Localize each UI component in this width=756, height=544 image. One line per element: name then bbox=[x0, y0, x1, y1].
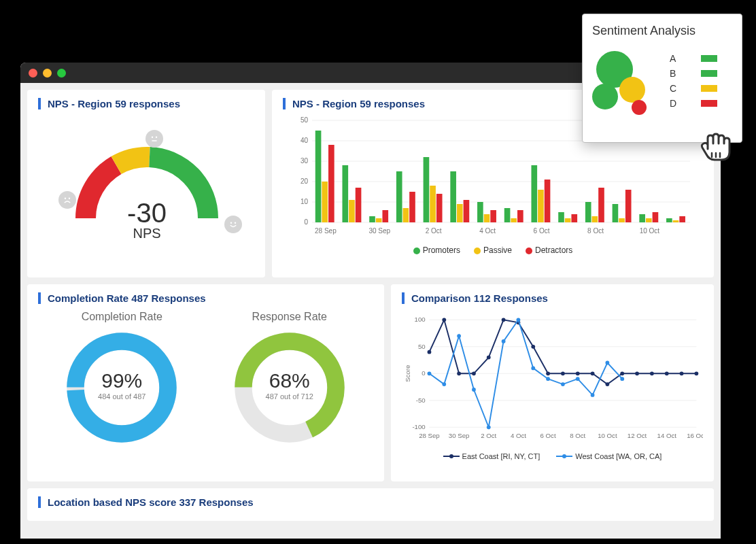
svg-rect-55 bbox=[592, 216, 598, 222]
svg-point-113 bbox=[442, 382, 446, 386]
svg-rect-19 bbox=[315, 131, 322, 222]
svg-rect-34 bbox=[430, 186, 436, 222]
svg-rect-26 bbox=[369, 216, 375, 222]
overlay-sentiment-analysis[interactable]: Sentiment Analysis ABCD bbox=[582, 14, 742, 143]
window-maximize-button[interactable] bbox=[57, 69, 66, 78]
svg-rect-44 bbox=[504, 208, 511, 222]
svg-text:0: 0 bbox=[304, 218, 308, 226]
svg-rect-31 bbox=[403, 208, 409, 222]
svg-point-93 bbox=[428, 350, 432, 354]
svg-text:8 Oct: 8 Oct bbox=[570, 432, 585, 439]
svg-rect-67 bbox=[679, 216, 685, 222]
svg-text:12 Oct: 12 Oct bbox=[628, 432, 647, 439]
svg-rect-54 bbox=[585, 202, 591, 222]
nps-label: NPS bbox=[38, 226, 256, 241]
svg-point-110 bbox=[680, 371, 684, 375]
svg-text:8 Oct: 8 Oct bbox=[587, 227, 604, 235]
svg-point-104 bbox=[591, 371, 595, 375]
svg-text:Score: Score bbox=[404, 365, 411, 382]
svg-point-119 bbox=[531, 367, 535, 371]
card-completion: Completion Rate 487 Responses Completion… bbox=[27, 284, 384, 481]
svg-rect-28 bbox=[382, 210, 388, 222]
svg-text:2 Oct: 2 Oct bbox=[481, 432, 496, 439]
svg-point-118 bbox=[517, 318, 521, 322]
svg-rect-56 bbox=[598, 188, 604, 222]
svg-point-125 bbox=[620, 377, 624, 381]
svg-rect-46 bbox=[517, 210, 523, 222]
donut-b-value: 68% bbox=[232, 369, 347, 392]
svg-point-116 bbox=[487, 425, 491, 429]
svg-point-96 bbox=[472, 371, 476, 375]
svg-point-122 bbox=[576, 377, 580, 381]
svg-point-129 bbox=[562, 454, 566, 458]
svg-rect-39 bbox=[464, 200, 470, 222]
svg-rect-53 bbox=[571, 214, 577, 222]
svg-rect-61 bbox=[639, 214, 645, 222]
svg-rect-40 bbox=[477, 202, 483, 222]
sentiment-legend-item: A bbox=[670, 53, 717, 64]
sentiment-legend: ABCD bbox=[670, 53, 717, 109]
card-title-comparison: Comparison 112 Responses bbox=[402, 292, 703, 304]
card-title-completion: Completion Rate 487 Responses bbox=[38, 292, 373, 304]
svg-point-127 bbox=[449, 454, 453, 458]
svg-point-105 bbox=[606, 382, 610, 386]
svg-point-121 bbox=[561, 382, 565, 386]
svg-point-120 bbox=[546, 377, 550, 381]
svg-point-114 bbox=[457, 334, 461, 338]
svg-text:16 Oct: 16 Oct bbox=[687, 432, 703, 439]
svg-point-124 bbox=[606, 361, 610, 365]
svg-rect-37 bbox=[450, 171, 456, 222]
bar-chart-legend: Promoters Passive Detractors bbox=[283, 245, 703, 255]
svg-point-98 bbox=[502, 318, 506, 322]
svg-text:6 Oct: 6 Oct bbox=[534, 227, 550, 235]
line-chart-legend: East Coast [RI, NY, CT] West Coast [WA, … bbox=[402, 452, 703, 460]
svg-rect-51 bbox=[558, 212, 564, 222]
svg-text:30 Sep: 30 Sep bbox=[368, 227, 390, 235]
donut-b-sub: 487 out of 712 bbox=[232, 392, 347, 401]
svg-rect-47 bbox=[531, 165, 537, 222]
svg-text:30 Sep: 30 Sep bbox=[449, 432, 470, 439]
svg-text:0: 0 bbox=[422, 369, 425, 377]
svg-point-106 bbox=[620, 371, 624, 375]
overlay-title: Sentiment Analysis bbox=[592, 24, 732, 39]
legend-item: Promoters bbox=[413, 245, 460, 255]
svg-point-112 bbox=[428, 371, 432, 375]
svg-text:2 Oct: 2 Oct bbox=[426, 227, 442, 235]
card-title-location: Location based NPS score 337 Responses bbox=[38, 496, 703, 508]
nps-gauge: -30 NPS bbox=[38, 116, 256, 252]
svg-text:28 Sep: 28 Sep bbox=[419, 432, 440, 439]
svg-rect-20 bbox=[322, 182, 328, 222]
pointer-hand-icon bbox=[694, 123, 738, 167]
svg-rect-30 bbox=[396, 171, 402, 222]
svg-text:4 Oct: 4 Oct bbox=[479, 227, 496, 235]
svg-rect-66 bbox=[673, 220, 679, 222]
window-close-button[interactable] bbox=[29, 69, 37, 78]
sentiment-legend-item: D bbox=[670, 98, 717, 109]
card-comparison: Comparison 112 Responses -100-50050100Sc… bbox=[391, 284, 714, 481]
legend-item: Passive bbox=[474, 245, 512, 255]
dashboard-content: NPS - Region 59 responses bbox=[20, 83, 721, 539]
svg-rect-27 bbox=[376, 218, 382, 222]
card-title-nps-gauge: NPS - Region 59 responses bbox=[38, 98, 254, 109]
svg-text:-100: -100 bbox=[412, 423, 425, 430]
svg-point-95 bbox=[457, 371, 461, 375]
svg-rect-60 bbox=[625, 190, 632, 222]
svg-point-94 bbox=[442, 318, 446, 322]
svg-rect-23 bbox=[342, 165, 348, 222]
svg-rect-42 bbox=[490, 210, 496, 222]
svg-text:50: 50 bbox=[418, 343, 426, 350]
svg-rect-38 bbox=[457, 204, 463, 222]
svg-rect-32 bbox=[409, 192, 415, 222]
window-minimize-button[interactable] bbox=[43, 69, 52, 78]
svg-point-108 bbox=[650, 371, 654, 375]
svg-rect-33 bbox=[424, 157, 430, 222]
svg-point-123 bbox=[591, 393, 595, 397]
svg-rect-24 bbox=[349, 200, 355, 222]
svg-text:10 Oct: 10 Oct bbox=[598, 432, 617, 439]
sentiment-legend-item: C bbox=[670, 83, 717, 94]
legend-item: East Coast [RI, NY, CT] bbox=[443, 452, 540, 460]
svg-point-3 bbox=[156, 137, 157, 138]
comparison-line-chart: -100-50050100Score28 Sep30 Sep2 Oct4 Oct… bbox=[402, 311, 703, 447]
svg-rect-65 bbox=[666, 218, 672, 222]
svg-point-2 bbox=[152, 137, 153, 138]
